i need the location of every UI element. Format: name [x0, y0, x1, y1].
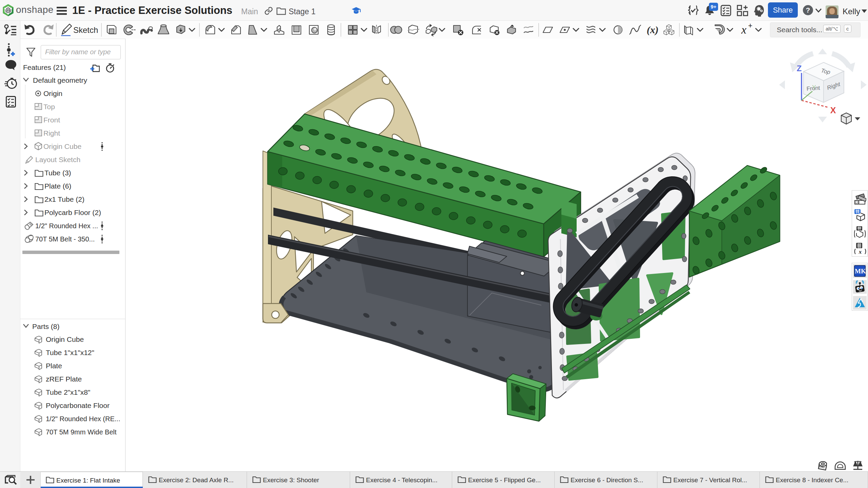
- svg-text:?: ?: [806, 6, 810, 14]
- svg-text:x: x: [741, 23, 746, 36]
- svg-text:(x): (x): [647, 24, 659, 36]
- svg-text:x: x: [859, 249, 862, 255]
- svg-text:X: X: [830, 105, 836, 115]
- svg-text:+: +: [748, 21, 753, 30]
- svg-text:Sketch: Sketch: [73, 25, 98, 35]
- svg-text:Z: Z: [797, 64, 802, 73]
- svg-text:Y: Y: [812, 84, 816, 91]
